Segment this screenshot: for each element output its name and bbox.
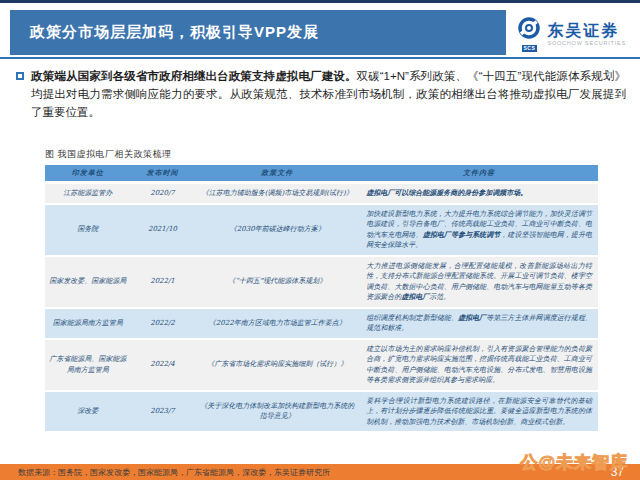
content-text: 建立以市场为主的需求响应补偿机制，引入有资源聚合管理能力的负荷聚合商，扩宽电力需… (366, 345, 592, 385)
content-emphasis: 虚拟电厂可以综合能源服务商的身份参加调频市场。 (366, 188, 527, 197)
watermark-text: @未来智库 (538, 453, 628, 472)
table-cell-unit: 国务院 (45, 205, 131, 255)
table-cell-content: 要科学合理设计新型电力系统建设路径，在新能源安全可靠替代的基础上，有计划分步骤逐… (360, 392, 598, 432)
table-row: 深改委2023/7《关于深化电力体制改革加快构建新型电力系统的指导意见》要科学合… (45, 392, 598, 432)
table-cell-date: 2022/4 (131, 340, 195, 390)
table-row: 江苏能源监管办2020/7《江苏电力辅助服务(调频)市场交易规则(试行)》虚拟电… (45, 184, 598, 203)
logo-name-en: SOOCHOW SECURITIES (547, 40, 626, 46)
table-cell-unit: 深改委 (45, 392, 131, 432)
table-cell-content: 建立以市场为主的需求响应补偿机制，引入有资源聚合管理能力的负荷聚合商，扩宽电力需… (360, 340, 598, 390)
top-border-strip (0, 0, 640, 3)
table-cell-content: 组织调度机构制定新型储能、虚拟电厂等第三方主体并网调度运行规程、规范和标准。 (360, 309, 598, 338)
table-cell-content: 虚拟电厂可以综合能源服务商的身份参加调频市场。 (360, 184, 598, 203)
policy-table-body: 江苏能源监管办2020/7《江苏电力辅助服务(调频)市场交易规则(试行)》虚拟电… (45, 184, 598, 431)
content-text: 示范。 (429, 293, 450, 301)
summary-text: 政策端从国家到各级省市政府相继出台政策支持虚拟电厂建设。双碳“1+N”系列政策、… (31, 68, 626, 121)
column-header: 发布时间 (131, 165, 195, 181)
content-emphasis: 虚拟电厂 (401, 292, 429, 301)
table-cell-doc: 《“十四五”现代能源体系规划》 (194, 257, 360, 307)
table-cell-unit: 广东省能源局、国家能源局南方监管局 (45, 340, 131, 390)
table-row: 国家能源局南方监管局2022/2《2022年南方区域电力市场监管工作要点》组织调… (45, 309, 598, 338)
column-header: 文件内容 (360, 165, 598, 181)
figure-caption: 图 我国虚拟电厂相关政策梳理 (45, 148, 172, 161)
content-emphasis: 虚拟电厂等参与系统调节 (423, 230, 501, 239)
table-cell-unit: 国家发改委、国家能源局 (45, 257, 131, 307)
logo-name-cn: 东吴证券 (547, 22, 626, 40)
summary-lead-sentence: 政策端从国家到各级省市政府相继出台政策支持虚拟电厂建设。 (31, 70, 357, 82)
table-cell-doc: 《2030年前碳达峰行动方案》 (194, 205, 360, 255)
table-cell-content: 加快建设新型电力系统，大力提升电力系统综合调节能力，加快灵活调节电源建设，引导自… (360, 205, 598, 255)
table-row: 广东省能源局、国家能源局南方监管局2022/4《广东省市场化需求响应实施细则（试… (45, 340, 598, 390)
content-text: 要科学合理设计新型电力系统建设路径，在新能源安全可靠替代的基础上，有计划分步骤逐… (366, 397, 592, 426)
table-cell-unit: 国家能源局南方监管局 (45, 309, 131, 338)
table-cell-doc: 《江苏电力辅助服务(调频)市场交易规则(试行)》 (194, 184, 360, 203)
content-text: 组织调度机构制定新型储能、 (366, 314, 458, 322)
table-header-row: 印发单位发布时间政策文件文件内容 (45, 165, 598, 181)
page-title: 政策分市场层层加码，积极引导VPP发展 (30, 23, 319, 42)
table-cell-doc: 《2022年南方区域电力市场监管工作要点》 (194, 309, 360, 338)
slide-title-bar: 政策分市场层层加码，积极引导VPP发展 (10, 10, 506, 55)
logo-icon-column: SCS (517, 16, 541, 52)
table-cell-doc: 《广东省市场化需求响应实施细则（试行）》 (194, 340, 360, 390)
column-header: 印发单位 (45, 165, 131, 181)
watermark: 公@未来智库 (520, 451, 628, 474)
content-emphasis: 虚拟电厂 (458, 313, 486, 322)
logo-badge: SCS (522, 45, 538, 52)
table-cell-date: 2022/1 (131, 257, 195, 307)
soochow-logo-icon (517, 16, 541, 44)
table-row: 国务院2021/10《2030年前碳达峰行动方案》加快建设新型电力系统，大力提升… (45, 205, 598, 255)
square-bullet-icon (16, 72, 24, 80)
logo-text-column: 东吴证券 SOOCHOW SECURITIES (547, 22, 626, 47)
table-cell-doc: 《关于深化电力体制改革加快构建新型电力系统的指导意见》 (194, 392, 360, 432)
soochow-securities-logo: SCS 东吴证券 SOOCHOW SECURITIES (517, 12, 626, 56)
summary-paragraph: 政策端从国家到各级省市政府相继出台政策支持虚拟电厂建设。双碳“1+N”系列政策、… (16, 68, 626, 121)
header-divider-line (0, 57, 640, 59)
data-source-text: 数据来源：国务院，国家发改委，国家能源局，广东省能源局，深改委，东吴证券研究所 (18, 467, 330, 478)
table-cell-unit: 江苏能源监管办 (45, 184, 131, 203)
table-cell-date: 2021/10 (131, 205, 195, 255)
weilai-zhiku-logo-icon: 公 (520, 453, 538, 472)
table-cell-date: 2020/7 (131, 184, 195, 203)
table-cell-date: 2022/2 (131, 309, 195, 338)
policy-table: 印发单位发布时间政策文件文件内容 江苏能源监管办2020/7《江苏电力辅助服务(… (45, 165, 598, 433)
column-header: 政策文件 (194, 165, 360, 181)
table-cell-content: 大力推进电源侧储能发展，合理配置储能规模，改善新能源场站出力特性，支持分布式新能… (360, 257, 598, 307)
table-cell-date: 2023/7 (131, 392, 195, 432)
table-row: 国家发改委、国家能源局2022/1《“十四五”现代能源体系规划》大力推进电源侧储… (45, 257, 598, 307)
